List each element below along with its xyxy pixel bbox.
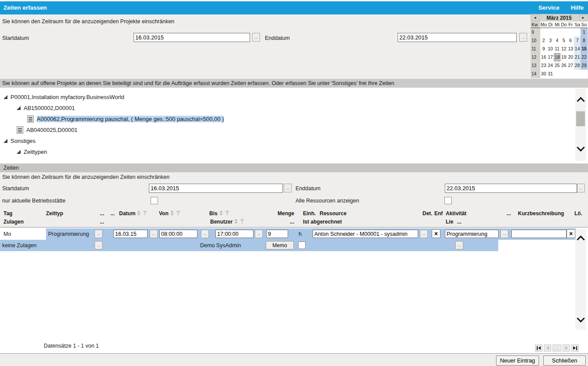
tree-item-label[interactable]: P00001,Installation myfactory.BusinessWo… bbox=[11, 94, 124, 100]
sort-icon[interactable] bbox=[219, 210, 223, 216]
grid-scrollbar[interactable] bbox=[575, 229, 586, 330]
calendar-day[interactable]: 4 bbox=[554, 36, 560, 45]
calendar-day[interactable]: 3 bbox=[547, 36, 553, 45]
time-entry-row-2[interactable] bbox=[0, 240, 498, 251]
calendar-day[interactable]: 2 bbox=[540, 36, 547, 45]
calendar-day[interactable]: 27 bbox=[567, 61, 574, 70]
filter-icon[interactable] bbox=[143, 210, 148, 216]
expander-icon[interactable] bbox=[17, 106, 21, 110]
sort-icon[interactable] bbox=[170, 210, 174, 216]
tree-scrollbar[interactable] bbox=[575, 89, 586, 161]
calendar-day[interactable]: 11 bbox=[554, 45, 560, 53]
zeiten-startdatum-input[interactable] bbox=[149, 184, 283, 193]
calendar-day[interactable]: 8 bbox=[581, 36, 587, 45]
pager-first-button[interactable] bbox=[535, 345, 542, 352]
cell-ressource-input[interactable] bbox=[313, 230, 418, 238]
scroll-down-icon[interactable] bbox=[577, 145, 584, 151]
tree-item[interactable]: AB1500002,D00001 bbox=[0, 103, 575, 114]
expander-icon[interactable] bbox=[4, 139, 7, 143]
filter-icon[interactable] bbox=[176, 210, 181, 216]
calendar-day[interactable]: 24 bbox=[547, 61, 553, 70]
filter-icon[interactable] bbox=[240, 219, 245, 224]
cell-datum-input[interactable] bbox=[113, 230, 148, 238]
tree-scrollbar-thumb[interactable] bbox=[576, 111, 585, 126]
sort-icon[interactable] bbox=[137, 210, 141, 216]
memo-button[interactable]: Memo bbox=[266, 241, 294, 249]
calendar-day[interactable]: 18 bbox=[554, 53, 560, 61]
von-picker-button[interactable]: ... bbox=[201, 230, 209, 238]
aktivitaet-browse-button[interactable]: ... bbox=[500, 230, 508, 238]
menu-service[interactable]: Service bbox=[539, 1, 560, 14]
calendar-day[interactable]: 29 bbox=[581, 61, 587, 70]
zulagen-browse-button[interactable]: ... bbox=[95, 241, 102, 249]
bis-picker-button[interactable]: ... bbox=[255, 230, 263, 238]
calendar-next-icon[interactable]: ► bbox=[579, 14, 588, 21]
cell-bis-input[interactable] bbox=[215, 230, 254, 238]
tree-item-label[interactable]: Sonstiges bbox=[11, 138, 35, 144]
calendar-day[interactable]: 20 bbox=[567, 53, 574, 61]
tree-item[interactable]: Zeittypen bbox=[0, 146, 575, 157]
pager-next-button[interactable] bbox=[563, 345, 570, 352]
calendar-day[interactable]: 7 bbox=[574, 36, 581, 45]
tree-item-label[interactable]: Zeittypen bbox=[24, 149, 47, 155]
calendar-day[interactable]: 13 bbox=[567, 45, 574, 53]
betriebsstaette-checkbox[interactable] bbox=[151, 197, 158, 204]
zeittyp-browse-button[interactable]: ... bbox=[95, 230, 102, 238]
zeiten-startdatum-picker-button[interactable]: ... bbox=[284, 184, 292, 192]
calendar-day[interactable]: 15 bbox=[581, 45, 587, 53]
ressource-browse-button[interactable]: ... bbox=[420, 230, 428, 238]
expander-icon[interactable] bbox=[17, 150, 21, 154]
pager-prev-button[interactable] bbox=[544, 345, 551, 352]
pager-last-button[interactable] bbox=[571, 345, 579, 352]
ist-abgerechnet-checkbox[interactable] bbox=[298, 242, 306, 249]
tree-item[interactable]: P00001,Installation myfactory.BusinessWo… bbox=[0, 92, 575, 103]
tree-item-label[interactable]: A000062,Programmierung pauschal, ( Menge… bbox=[37, 116, 224, 122]
tree-item-label[interactable]: AB0400025,D00001 bbox=[26, 127, 77, 133]
startdatum-input[interactable] bbox=[134, 33, 250, 42]
calendar-day[interactable]: 9 bbox=[540, 45, 547, 53]
row-delete-icon[interactable]: × bbox=[567, 229, 575, 238]
zeiten-enddatum-picker-button[interactable]: ... bbox=[577, 184, 585, 192]
cell-von-input[interactable] bbox=[159, 230, 197, 238]
cell-aktivitaet-input[interactable] bbox=[445, 230, 499, 238]
tree-item[interactable]: A000062,Programmierung pauschal, ( Menge… bbox=[0, 114, 575, 124]
calendar-day[interactable]: 19 bbox=[560, 53, 567, 61]
enddatum-input[interactable] bbox=[398, 33, 517, 42]
ressourcen-checkbox[interactable] bbox=[444, 197, 452, 204]
calendar-day[interactable]: 10 bbox=[547, 45, 553, 53]
calendar-day[interactable]: 31 bbox=[547, 70, 553, 78]
calendar-day[interactable]: 1 bbox=[581, 28, 587, 36]
calendar-day[interactable]: 28 bbox=[574, 61, 581, 70]
enddatum-picker-button[interactable]: ... bbox=[519, 33, 527, 42]
calendar-day[interactable]: 6 bbox=[567, 36, 574, 45]
calendar-day[interactable]: 25 bbox=[554, 61, 560, 70]
filter-icon[interactable] bbox=[225, 210, 230, 216]
scroll-up-icon[interactable] bbox=[577, 96, 584, 103]
calendar-day[interactable]: 30 bbox=[540, 70, 547, 78]
calendar-day[interactable]: 22 bbox=[581, 53, 587, 61]
scroll-down-icon[interactable] bbox=[577, 316, 584, 322]
calendar-day[interactable]: 12 bbox=[560, 45, 567, 53]
calendar-prev-icon[interactable]: ◄ bbox=[531, 14, 539, 21]
tree-item[interactable]: AB0400025,D00001 bbox=[0, 124, 575, 135]
tree-item-label[interactable]: AB1500002,D00001 bbox=[24, 105, 75, 111]
ressource-clear-icon[interactable]: × bbox=[432, 229, 440, 238]
zeiten-enddatum-input[interactable] bbox=[445, 184, 577, 193]
startdatum-picker-button[interactable]: ... bbox=[252, 33, 260, 42]
cell-kurzbeschreibung-input[interactable] bbox=[511, 230, 567, 238]
calendar-day[interactable]: 16 bbox=[540, 53, 547, 61]
calendar-day[interactable]: 14 bbox=[574, 45, 581, 53]
datum-picker-button[interactable]: ... bbox=[150, 230, 158, 238]
calendar-day[interactable]: 21 bbox=[574, 53, 581, 61]
scroll-up-icon[interactable] bbox=[577, 235, 584, 241]
tree-item[interactable]: Sonstiges bbox=[0, 135, 575, 146]
calendar-day[interactable]: 17 bbox=[547, 53, 553, 61]
pager-more-button[interactable]: ... bbox=[553, 345, 561, 352]
calendar-day[interactable]: 26 bbox=[560, 61, 567, 70]
schliessen-button[interactable]: Schließen bbox=[543, 355, 586, 366]
cell-menge-input[interactable] bbox=[266, 230, 288, 238]
expander-icon[interactable] bbox=[4, 95, 7, 99]
calendar-day[interactable]: 5 bbox=[560, 36, 567, 45]
neuer-eintrag-button[interactable]: Neuer Eintrag bbox=[496, 355, 539, 366]
lieferung-browse-button[interactable]: ... bbox=[455, 241, 463, 249]
